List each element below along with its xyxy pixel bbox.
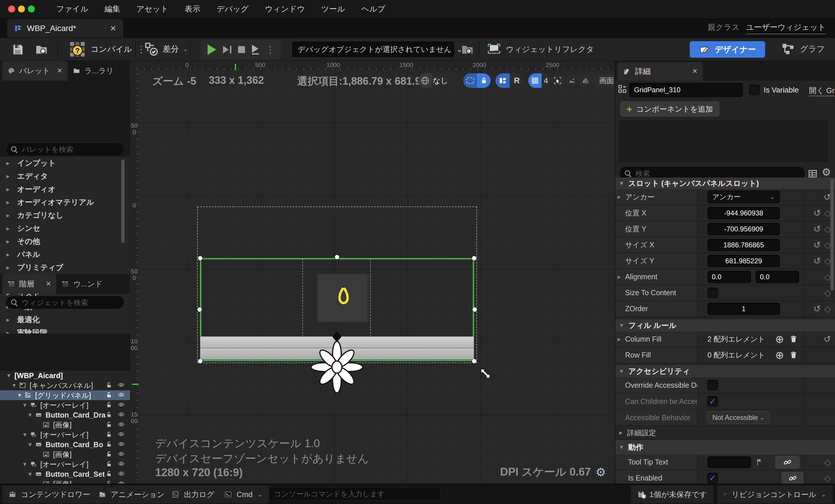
expander-icon[interactable]: ▾ [23, 402, 26, 408]
bind-diamond-icon[interactable]: ◇ [824, 272, 831, 282]
alignment-y-input[interactable] [756, 271, 799, 283]
play-options-icon[interactable]: ⋮ [266, 44, 275, 55]
maximize-window-button[interactable] [28, 5, 35, 13]
visibility-icon[interactable] [118, 391, 125, 399]
visibility-icon[interactable] [118, 431, 125, 438]
details-scrollbar[interactable] [830, 179, 834, 290]
menu-debug[interactable]: デバッグ [217, 4, 249, 14]
palette-search-input[interactable] [22, 145, 119, 154]
designer-viewport[interactable]: 0 500 1000 1500 2000 2500 500 0 500 1000… [130, 61, 615, 484]
bind-diamond-icon[interactable]: ◇ [824, 256, 831, 266]
palette-category[interactable]: ▸パネル [0, 248, 130, 261]
debug-object-dropdown[interactable]: デバッグオブジェクトが選択されていません ⌄ [292, 41, 455, 58]
visibility-icon[interactable] [118, 441, 125, 448]
columns-icon[interactable] [495, 73, 510, 88]
lock-icon[interactable] [105, 451, 113, 458]
section-fill-rules[interactable]: ▾フィル ルール [615, 319, 835, 331]
menu-tools[interactable]: ツール [321, 4, 345, 14]
is-enabled-checkbox[interactable]: ✓ [708, 473, 718, 483]
visibility-icon[interactable] [118, 382, 125, 388]
clear-elements-icon[interactable] [789, 351, 798, 360]
expander-icon[interactable]: ▸ [617, 274, 621, 280]
revert-icon[interactable]: ↺ [814, 224, 821, 234]
details-search-input[interactable] [635, 169, 800, 178]
tree-row[interactable]: ▾Button_Card_Dra [0, 410, 130, 420]
expander-icon[interactable]: ▾ [7, 372, 11, 379]
close-window-button[interactable] [8, 5, 15, 13]
palette-category[interactable]: ▸その他 [0, 235, 130, 248]
tree-row[interactable]: ▾[WBP_Aicard] [0, 370, 130, 381]
grid-snap-toggle[interactable]: 4 [528, 73, 550, 88]
bind-diamond-icon[interactable]: ◇ [824, 304, 831, 314]
resize-handle[interactable] [198, 256, 202, 260]
resize-handle[interactable] [473, 307, 477, 312]
expander-icon[interactable]: ▸ [617, 194, 621, 200]
expander-icon[interactable]: ▾ [13, 382, 16, 388]
alignment-mode-toggle[interactable]: R [495, 73, 524, 88]
lock-icon[interactable] [105, 441, 113, 448]
hierarchy-close-icon[interactable]: ✕ [46, 280, 51, 288]
lock-icon[interactable] [105, 431, 113, 438]
localize-flag-icon[interactable] [756, 458, 764, 466]
menu-help[interactable]: ヘルプ [361, 4, 385, 14]
minimize-window-button[interactable] [18, 5, 25, 13]
size-x-input[interactable] [708, 239, 780, 251]
expander-icon[interactable]: ▾ [18, 392, 21, 399]
expander-icon[interactable]: ▾ [23, 461, 26, 467]
expander-icon[interactable]: ▾ [28, 471, 32, 477]
palette-category[interactable]: ▸カテゴリなし [0, 209, 130, 222]
grid-icon[interactable] [528, 73, 542, 88]
compile-button[interactable]: ? コンパイル ⋮ [69, 41, 146, 58]
section-slot[interactable]: ▾スロット (キャンバスパネルスロット) [615, 178, 835, 189]
section-behavior[interactable]: ▾動作 [615, 440, 835, 455]
palette-category[interactable]: ▸最適化 [0, 313, 130, 326]
visibility-icon[interactable] [118, 401, 125, 408]
bind-diamond-icon[interactable]: ◇ [824, 473, 831, 483]
menu-view[interactable]: 表示 [185, 4, 200, 14]
details-settings-gear-icon[interactable]: ⚙ [822, 167, 831, 178]
menu-asset[interactable]: アセット [137, 4, 169, 14]
stop-button[interactable] [238, 46, 245, 53]
cmd-dropdown[interactable]: Cmd ⌄ [218, 485, 269, 503]
tab-library[interactable]: ラ...ラリ [67, 61, 119, 81]
resize-handle[interactable] [335, 255, 339, 259]
tab-palette[interactable]: パレット ✕ [2, 61, 67, 81]
palette-category[interactable]: ▸実験段階 [0, 326, 130, 334]
anchor-dropdown[interactable]: アンカー⌄ [708, 190, 780, 203]
selection-lock-toggle[interactable] [463, 73, 491, 88]
pos-y-input[interactable] [708, 223, 780, 235]
menu-file[interactable]: ファイル [56, 4, 88, 14]
tab-details[interactable]: 詳細 ✕ [617, 62, 703, 81]
lock-icon[interactable] [105, 382, 113, 388]
tree-row[interactable]: ▾Button_Card_Set [0, 469, 130, 479]
bind-diamond-icon[interactable]: ◇ [824, 288, 831, 298]
expander-icon[interactable]: ▾ [28, 441, 32, 448]
accessible-behavior-dropdown[interactable]: Not Accessible⌄ [708, 411, 770, 424]
tree-row[interactable]: ▾[オーバーレイ] [0, 459, 130, 469]
tree-row[interactable]: ▾[キャンバスパネル] [0, 381, 130, 390]
revert-icon[interactable]: ↺ [814, 240, 821, 250]
expander-icon[interactable]: ▸ [619, 429, 623, 436]
add-component-button[interactable]: + コンポーネントを追加 [620, 101, 719, 117]
resize-handle[interactable] [472, 256, 476, 260]
details-close-icon[interactable]: ✕ [692, 67, 697, 75]
tree-row[interactable]: ▾[オーバーレイ] [0, 400, 130, 410]
menu-edit[interactable]: 編集 [105, 4, 120, 14]
palette-category[interactable]: ▸エディタ [0, 170, 130, 183]
expander-icon[interactable]: ▸ [617, 336, 621, 342]
collapse-icon[interactable]: ▾ [620, 180, 623, 186]
menu-window[interactable]: ウィンドウ [265, 4, 305, 14]
tab-bind[interactable]: ウ...ンド [56, 274, 108, 294]
advance-button[interactable] [252, 45, 259, 55]
hierarchy-search-input[interactable] [22, 298, 119, 307]
designer-mode-button[interactable]: デザイナー [690, 41, 765, 58]
widget-name-input[interactable] [629, 83, 743, 97]
unsaved-indicator[interactable]: ✱ 1個が未保存です [631, 485, 713, 503]
resize-handle[interactable] [472, 359, 476, 363]
visibility-icon[interactable] [118, 470, 125, 477]
frame-skip-button[interactable] [223, 46, 231, 53]
browse-asset-icon[interactable] [35, 43, 48, 57]
lock-icon[interactable] [105, 470, 113, 477]
card-widget[interactable] [318, 274, 370, 322]
override-accessible-checkbox[interactable]: ✓ [708, 380, 718, 390]
